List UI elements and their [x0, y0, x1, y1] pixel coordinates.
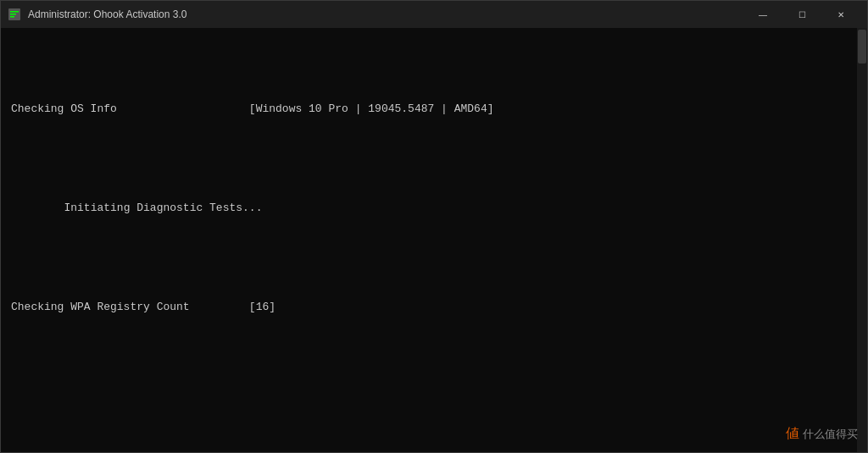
close-button[interactable]: ✕ [821, 1, 860, 28]
window: Administrator: Ohook Activation 3.0 — ☐ … [0, 0, 868, 453]
maximize-button[interactable]: ☐ [782, 1, 821, 28]
minimize-button[interactable]: — [743, 1, 782, 28]
label-wpa: Checking WPA Registry Count [11, 299, 249, 316]
label-checking-os: Checking OS Info [11, 101, 249, 118]
scrollbar-thumb[interactable] [858, 30, 866, 64]
line-checking-os: Checking OS Info [Windows 10 Pro | 19045… [11, 101, 847, 118]
scrollbar[interactable] [857, 28, 867, 452]
titlebar: Administrator: Ohook Activation 3.0 — ☐ … [1, 1, 867, 28]
terminal-output: Checking OS Info [Windows 10 Pro | 19045… [1, 28, 857, 452]
window-title: Administrator: Ohook Activation 3.0 [28, 8, 743, 20]
svg-rect-3 [10, 16, 14, 18]
window-controls: — ☐ ✕ [743, 1, 860, 28]
watermark-icon: 値 [786, 425, 799, 443]
window-icon [8, 8, 21, 21]
svg-rect-1 [10, 11, 19, 13]
svg-rect-2 [10, 14, 16, 15]
content-area: Checking OS Info [Windows 10 Pro | 19045… [1, 28, 867, 452]
line-wpa: Checking WPA Registry Count [16] [11, 299, 847, 316]
watermark-text: 什么值得买 [803, 427, 858, 442]
text-initiating: Initiating Diagnostic Tests... [64, 202, 262, 214]
watermark: 値 什么值得买 [786, 425, 858, 443]
empty-line-1 [11, 382, 847, 399]
line-initiating: Initiating Diagnostic Tests... [11, 184, 847, 234]
